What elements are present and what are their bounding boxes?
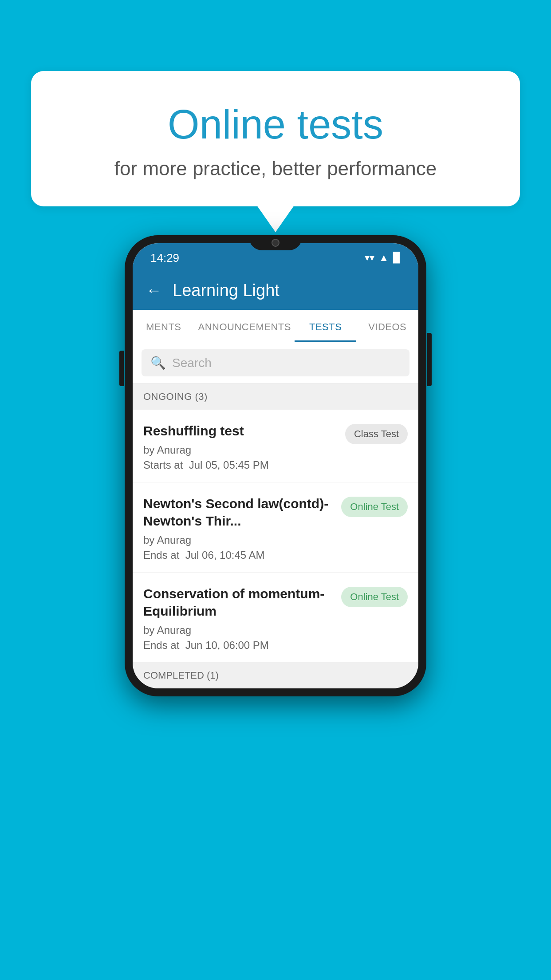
search-container: 🔍 Search xyxy=(133,342,418,384)
wifi-icon: ▾▾ xyxy=(365,252,374,264)
phone-outer: 14:29 ▾▾ ▲ ▉ ← Learning Light MENTS ANNO… xyxy=(125,235,426,696)
completed-section-title: COMPLETED (1) xyxy=(143,670,219,681)
app-bar: ← Learning Light xyxy=(133,271,418,310)
test-date: Starts at Jul 05, 05:45 PM xyxy=(143,459,336,471)
app-title: Learning Light xyxy=(173,281,279,300)
test-date: Ends at Jun 10, 06:00 PM xyxy=(143,639,332,652)
test-name: Conservation of momentum-Equilibrium xyxy=(143,585,332,620)
phone-device: 14:29 ▾▾ ▲ ▉ ← Learning Light MENTS ANNO… xyxy=(125,235,426,696)
test-date: Ends at Jul 06, 10:45 AM xyxy=(143,549,332,561)
promo-subtitle: for more practice, better performance xyxy=(67,158,484,180)
battery-icon: ▉ xyxy=(393,252,401,264)
search-icon: 🔍 xyxy=(150,356,166,370)
status-time: 14:29 xyxy=(150,251,179,265)
test-item[interactable]: Newton's Second law(contd)-Newton's Thir… xyxy=(133,482,418,573)
test-by: by Anurag xyxy=(143,444,336,456)
tab-announcements[interactable]: ANNOUNCEMENTS xyxy=(195,310,295,342)
phone-notch xyxy=(249,235,302,250)
status-icons: ▾▾ ▲ ▉ xyxy=(365,252,401,264)
test-item[interactable]: Conservation of momentum-Equilibrium by … xyxy=(133,573,418,663)
test-by: by Anurag xyxy=(143,624,332,636)
test-name: Newton's Second law(contd)-Newton's Thir… xyxy=(143,495,332,530)
speech-bubble: Online tests for more practice, better p… xyxy=(31,71,520,206)
completed-section-header: COMPLETED (1) xyxy=(133,663,418,688)
tab-ments[interactable]: MENTS xyxy=(133,310,195,342)
search-input[interactable]: Search xyxy=(172,356,212,370)
signal-icon: ▲ xyxy=(379,252,389,264)
test-info: Newton's Second law(contd)-Newton's Thir… xyxy=(143,495,332,561)
ongoing-section-header: ONGOING (3) xyxy=(133,384,418,410)
tab-tests[interactable]: TESTS xyxy=(295,310,357,342)
test-list: Reshuffling test by Anurag Starts at Jul… xyxy=(133,410,418,663)
test-by: by Anurag xyxy=(143,534,332,546)
test-badge-online: Online Test xyxy=(341,497,408,517)
test-item[interactable]: Reshuffling test by Anurag Starts at Jul… xyxy=(133,410,418,482)
promo-title: Online tests xyxy=(67,102,484,147)
back-button[interactable]: ← xyxy=(146,281,162,300)
tabs-bar: MENTS ANNOUNCEMENTS TESTS VIDEOS xyxy=(133,310,418,342)
test-badge-class: Class Test xyxy=(345,424,408,444)
search-bar[interactable]: 🔍 Search xyxy=(142,349,409,376)
test-info: Conservation of momentum-Equilibrium by … xyxy=(143,585,332,652)
speech-bubble-pointer xyxy=(257,205,294,232)
test-badge-online: Online Test xyxy=(341,587,408,607)
test-name: Reshuffling test xyxy=(143,422,336,439)
front-camera xyxy=(272,239,279,247)
tab-videos[interactable]: VIDEOS xyxy=(356,310,418,342)
ongoing-section-title: ONGOING (3) xyxy=(143,391,208,402)
phone-screen: 14:29 ▾▾ ▲ ▉ ← Learning Light MENTS ANNO… xyxy=(133,243,418,688)
promo-section: Online tests for more practice, better p… xyxy=(31,71,520,232)
test-info: Reshuffling test by Anurag Starts at Jul… xyxy=(143,422,336,471)
